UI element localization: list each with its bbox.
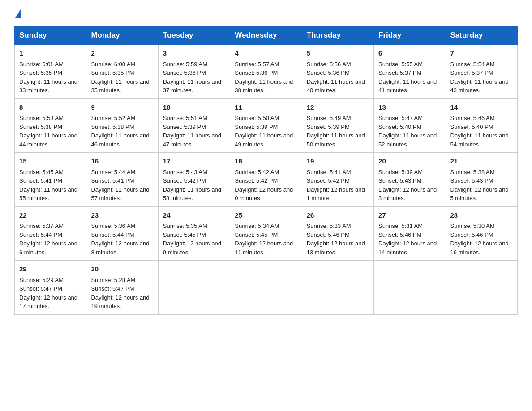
day-number: 1 <box>19 48 82 59</box>
day-number: 30 <box>91 264 153 274</box>
day-info: Sunset: 5:45 PM <box>235 231 297 240</box>
calendar-cell: 23Sunrise: 5:36 AMSunset: 5:44 PMDayligh… <box>86 206 158 261</box>
day-info: Daylight: 12 hours and 3 minutes. <box>378 185 441 203</box>
day-info: Sunrise: 5:56 AM <box>307 60 369 69</box>
day-info: Sunrise: 5:45 AM <box>19 168 82 177</box>
day-info: Sunrise: 5:42 AM <box>235 168 297 177</box>
day-info: Sunrise: 5:30 AM <box>450 222 513 231</box>
day-info: Sunset: 5:37 PM <box>378 68 441 77</box>
header-monday: Monday <box>86 26 158 45</box>
day-info: Sunrise: 5:59 AM <box>163 60 225 69</box>
header-saturday: Saturday <box>446 26 517 45</box>
day-info: Sunset: 5:46 PM <box>378 231 441 240</box>
day-info: Sunset: 5:47 PM <box>19 284 82 293</box>
day-info: Sunrise: 5:49 AM <box>307 114 369 123</box>
calendar-cell: 4Sunrise: 5:57 AMSunset: 5:36 PMDaylight… <box>230 45 302 99</box>
calendar-cell: 9Sunrise: 5:52 AMSunset: 5:38 PMDaylight… <box>86 98 158 153</box>
day-info: Daylight: 12 hours and 8 minutes. <box>91 239 153 257</box>
day-info: Daylight: 12 hours and 5 minutes. <box>450 185 513 203</box>
day-number: 24 <box>163 210 225 221</box>
day-info: Daylight: 12 hours and 6 minutes. <box>19 239 82 257</box>
day-number: 10 <box>163 103 225 113</box>
day-info: Sunset: 5:47 PM <box>91 284 153 293</box>
day-info: Daylight: 11 hours and 33 minutes. <box>19 77 82 95</box>
day-info: Sunset: 5:36 PM <box>163 68 225 77</box>
day-info: Sunrise: 5:47 AM <box>378 114 441 123</box>
day-number: 29 <box>19 264 82 274</box>
day-info: Sunrise: 5:57 AM <box>235 60 297 69</box>
logo-triangle-icon <box>15 8 21 18</box>
header-sunday: Sunday <box>15 26 86 45</box>
day-number: 22 <box>19 210 82 221</box>
header-friday: Friday <box>374 26 446 45</box>
calendar-cell: 18Sunrise: 5:42 AMSunset: 5:42 PMDayligh… <box>230 153 302 207</box>
day-info: Daylight: 12 hours and 14 minutes. <box>378 239 441 257</box>
day-info: Sunrise: 5:52 AM <box>91 114 153 123</box>
header-wednesday: Wednesday <box>230 26 302 45</box>
header-tuesday: Tuesday <box>158 26 230 45</box>
day-number: 19 <box>307 156 369 167</box>
calendar-cell: 1Sunrise: 6:01 AMSunset: 5:35 PMDaylight… <box>15 45 86 99</box>
day-number: 18 <box>235 156 297 167</box>
calendar-cell: 13Sunrise: 5:47 AMSunset: 5:40 PMDayligh… <box>374 98 446 153</box>
day-info: Sunset: 5:41 PM <box>91 176 153 185</box>
calendar-cell: 11Sunrise: 5:50 AMSunset: 5:39 PMDayligh… <box>230 98 302 153</box>
day-info: Sunset: 5:35 PM <box>19 68 82 77</box>
day-number: 27 <box>378 210 441 221</box>
day-info: Sunrise: 5:36 AM <box>91 222 153 231</box>
calendar-cell: 12Sunrise: 5:49 AMSunset: 5:39 PMDayligh… <box>302 98 373 153</box>
day-info: Sunrise: 5:46 AM <box>450 114 513 123</box>
header <box>14 11 518 18</box>
day-info: Sunset: 5:43 PM <box>378 176 441 185</box>
day-info: Sunrise: 5:28 AM <box>91 276 153 285</box>
day-info: Sunset: 5:41 PM <box>19 176 82 185</box>
day-info: Sunrise: 5:55 AM <box>378 60 441 69</box>
day-info: Daylight: 12 hours and 13 minutes. <box>307 239 369 257</box>
day-number: 15 <box>19 156 82 167</box>
day-info: Daylight: 11 hours and 44 minutes. <box>19 131 82 149</box>
day-info: Daylight: 11 hours and 57 minutes. <box>91 185 153 203</box>
day-info: Sunset: 5:39 PM <box>307 123 369 132</box>
day-number: 11 <box>235 103 297 113</box>
day-info: Sunrise: 5:41 AM <box>307 168 369 177</box>
day-info: Sunrise: 5:35 AM <box>163 222 225 231</box>
day-info: Sunrise: 5:38 AM <box>450 168 513 177</box>
day-info: Daylight: 12 hours and 19 minutes. <box>91 293 153 311</box>
day-number: 14 <box>450 103 513 113</box>
day-info: Sunrise: 6:01 AM <box>19 60 82 69</box>
day-info: Daylight: 11 hours and 50 minutes. <box>307 131 369 149</box>
day-info: Sunset: 5:42 PM <box>235 176 297 185</box>
day-number: 4 <box>235 48 297 59</box>
day-info: Sunset: 5:44 PM <box>19 231 82 240</box>
day-info: Daylight: 11 hours and 55 minutes. <box>19 185 82 203</box>
calendar-cell: 16Sunrise: 5:44 AMSunset: 5:41 PMDayligh… <box>86 153 158 207</box>
logo <box>14 11 21 18</box>
day-number: 23 <box>91 210 153 221</box>
day-info: Sunset: 5:39 PM <box>235 123 297 132</box>
calendar-week-row: 29Sunrise: 5:29 AMSunset: 5:47 PMDayligh… <box>15 261 518 315</box>
calendar-cell: 24Sunrise: 5:35 AMSunset: 5:45 PMDayligh… <box>158 206 230 261</box>
day-number: 20 <box>378 156 441 167</box>
day-number: 5 <box>307 48 369 59</box>
calendar-cell: 14Sunrise: 5:46 AMSunset: 5:40 PMDayligh… <box>446 98 517 153</box>
day-number: 28 <box>450 210 513 221</box>
calendar-cell <box>374 261 446 315</box>
day-number: 21 <box>450 156 513 167</box>
calendar-cell: 30Sunrise: 5:28 AMSunset: 5:47 PMDayligh… <box>86 261 158 315</box>
day-info: Daylight: 11 hours and 58 minutes. <box>163 185 225 203</box>
header-thursday: Thursday <box>302 26 373 45</box>
day-info: Sunset: 5:42 PM <box>163 176 225 185</box>
day-info: Sunrise: 5:39 AM <box>378 168 441 177</box>
day-info: Sunset: 5:44 PM <box>91 231 153 240</box>
day-info: Sunrise: 5:31 AM <box>378 222 441 231</box>
day-info: Sunset: 5:42 PM <box>307 176 369 185</box>
day-info: Daylight: 12 hours and 0 minutes. <box>235 185 297 203</box>
calendar-cell: 27Sunrise: 5:31 AMSunset: 5:46 PMDayligh… <box>374 206 446 261</box>
day-info: Sunrise: 5:37 AM <box>19 222 82 231</box>
day-number: 26 <box>307 210 369 221</box>
day-info: Sunrise: 5:51 AM <box>163 114 225 123</box>
day-info: Sunrise: 5:44 AM <box>91 168 153 177</box>
calendar-cell: 19Sunrise: 5:41 AMSunset: 5:42 PMDayligh… <box>302 153 373 207</box>
day-number: 9 <box>91 103 153 113</box>
calendar-cell: 22Sunrise: 5:37 AMSunset: 5:44 PMDayligh… <box>15 206 86 261</box>
